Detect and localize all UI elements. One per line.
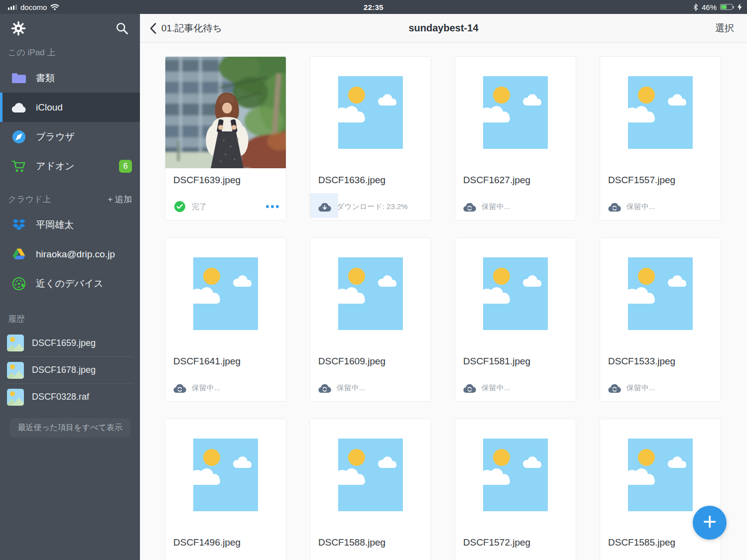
file-name: DSCF1588.jpeg [318,537,423,548]
history-item-label: DSCF1659.jpeg [32,338,96,348]
file-thumbnail [310,419,431,531]
cloud-sync-icon [607,383,622,393]
file-thumbnail [165,238,286,349]
image-placeholder-icon [338,439,403,511]
sidebar-item-label: 平岡雄太 [36,219,74,231]
history-item[interactable]: DSCF0328.raf [7,383,133,410]
sidebar-item-label: ブラウザ [36,130,75,143]
file-name: DSCF1627.jpeg [463,175,568,186]
file-name: DSCF1533.jpeg [608,356,713,367]
file-thumbnail [310,57,431,168]
history-item-label: DSCF0328.raf [32,392,89,402]
app-window: docomo 22:35 46% [0,0,747,560]
file-card[interactable]: DSCF1641.jpeg [165,237,286,402]
file-menu-button[interactable] [266,205,279,208]
file-status-label: 保留中... [337,383,366,393]
sidebar-item-label: 書類 [36,72,55,85]
file-status-row: 保留中... [600,374,721,401]
file-card[interactable]: DSCF1627.jpeg [455,56,576,221]
file-name: DSCF1639.jpeg [173,175,278,186]
sidebar-item-documents[interactable]: 書類 [0,63,140,93]
file-card[interactable]: DSCF1636.jpeg [310,56,431,221]
radar-icon [11,277,27,291]
image-placeholder-icon [193,439,258,511]
photo-thumbnail [165,57,286,168]
sidebar: この iPad 上 書類 iCloud ブラウザ [0,14,140,560]
file-status-row: 保留中... [165,374,286,401]
cloud-sync-icon [462,383,477,393]
local-section-label: この iPad 上 [0,43,140,63]
cloud-sync-icon [462,202,477,212]
file-status-row: 保留中... [310,374,431,401]
clock: 22:35 [0,0,747,14]
file-card[interactable]: DSCF1496.jpeg [165,419,286,560]
sidebar-item-nearby-devices[interactable]: 近くのデバイス [0,269,140,298]
image-placeholder-icon [338,257,403,330]
image-placeholder-icon [338,76,403,149]
file-card[interactable]: DSCF1639.jpeg [165,56,286,221]
cloud-sync-icon [317,383,332,393]
file-card[interactable]: DSCF1585.jpeg [600,419,721,560]
cart-icon [11,160,27,173]
sidebar-item-icloud[interactable]: iCloud [0,93,140,122]
sidebar-item-google-drive-account[interactable]: hiraoka@drip.co.jp [0,239,140,269]
file-card[interactable]: DSCF1588.jpeg [310,419,431,560]
history-list: DSCF1659.jpeg DSCF1678.jpeg DSCF0328.raf [0,330,140,410]
status-bar: docomo 22:35 46% [0,0,747,14]
file-thumbnail [165,419,286,531]
file-thumbnail [165,57,286,168]
image-placeholder-icon [483,257,548,330]
add-file-fab-button[interactable]: + [693,506,727,540]
add-cloud-account-button[interactable]: + 追加 [108,194,132,205]
show-all-recents-button[interactable]: 最近使った項目をすべて表示 [9,418,130,438]
file-status-label: 保留中... [482,383,510,393]
image-file-icon [7,362,24,379]
file-grid: DSCF1639.jpeg [165,56,747,560]
file-thumbnail [600,57,721,168]
image-file-icon [7,335,24,351]
file-status-label: 保留中... [192,383,221,393]
compass-icon [11,130,27,144]
file-status-label: 保留中... [626,202,655,212]
settings-gear-icon[interactable] [11,21,26,36]
file-thumbnail [455,238,576,349]
file-name: DSCF1641.jpeg [173,356,278,367]
cloud-sync-icon [172,383,187,393]
main-panel: sundaybest-14 01.記事化待ち 選択 [140,14,747,560]
file-status-label: ダウンロード: 23.2% [337,202,408,212]
cloud-icon [11,102,27,113]
file-name: DSCF1557.jpeg [608,175,713,186]
file-thumbnail [455,57,576,168]
image-file-icon [7,389,24,406]
folder-icon [11,72,27,84]
cloud-section-label: クラウド上 [8,194,51,205]
file-card[interactable]: DSCF1609.jpeg [310,237,431,402]
search-icon[interactable] [115,21,129,35]
file-name: DSCF1609.jpeg [318,356,423,367]
sidebar-item-dropbox-account[interactable]: 平岡雄太 [0,210,140,239]
file-card[interactable]: DSCF1557.jpeg [600,56,721,221]
file-thumbnail [310,238,431,349]
history-item[interactable]: DSCF1659.jpeg [7,330,133,356]
folder-title: sundaybest-14 [140,22,747,34]
done-check-icon [172,201,187,213]
history-section-label: 履歴 [8,313,25,325]
history-item[interactable]: DSCF1678.jpeg [7,356,133,383]
history-item-label: DSCF1678.jpeg [32,365,96,375]
file-name: DSCF1585.jpeg [608,537,713,548]
sidebar-item-addons[interactable]: アドオン 6 [0,151,140,181]
bluetooth-icon [693,3,698,11]
addons-count-badge: 6 [119,160,132,173]
battery-percent-label: 46% [702,3,717,11]
file-status-row: 保留中... [600,193,721,220]
file-card[interactable]: DSCF1572.jpeg [455,419,576,560]
file-status-label: 完了 [192,202,207,212]
sidebar-item-label: アドオン [36,160,75,173]
file-card[interactable]: DSCF1533.jpeg [600,237,721,402]
sidebar-item-label: iCloud [36,102,63,113]
battery-icon [720,4,733,10]
sidebar-item-browser[interactable]: ブラウザ [0,122,140,151]
file-status-row: 完了 [165,193,286,220]
select-button[interactable]: 選択 [715,22,734,35]
file-card[interactable]: DSCF1581.jpeg [455,237,576,402]
